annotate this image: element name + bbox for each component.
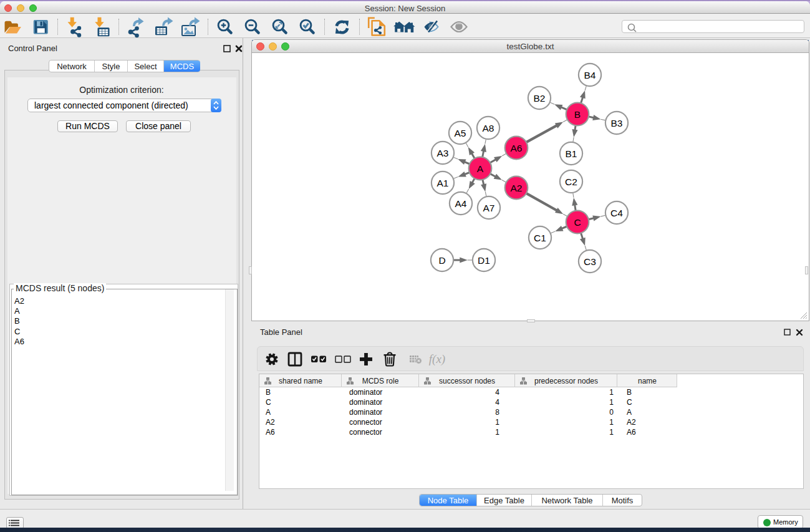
svg-text:f(x): f(x) [429,352,445,366]
svg-text:A: A [266,408,271,417]
svg-text:1: 1 [609,398,614,407]
svg-text:A1: A1 [437,178,449,188]
svg-text:A6: A6 [511,143,523,153]
svg-text:0: 0 [609,408,614,417]
svg-text:C2: C2 [565,177,577,187]
svg-text:A7: A7 [483,203,495,213]
svg-text:name: name [638,377,657,385]
svg-text:C: C [574,217,581,228]
svg-text:C: C [627,398,632,407]
svg-text:A5: A5 [455,128,466,138]
svg-text:A6: A6 [627,428,636,437]
svg-text:A6: A6 [266,428,275,437]
svg-text:A2: A2 [627,418,636,427]
svg-text:A2: A2 [266,418,275,427]
svg-text:B1: B1 [566,148,577,159]
svg-text:B: B [627,388,632,397]
svg-text:connector: connector [349,418,382,427]
svg-text:C3: C3 [584,256,596,267]
svg-text:B2: B2 [534,93,546,104]
svg-text:dominator: dominator [349,408,382,417]
svg-text:A3: A3 [437,148,449,158]
svg-text:8: 8 [495,408,499,417]
svg-text:C: C [266,398,271,407]
svg-text:dominator: dominator [349,388,382,397]
svg-text:B4: B4 [584,70,596,80]
svg-text:1: 1 [609,418,614,427]
svg-text:A4: A4 [455,198,467,209]
svg-text:1: 1 [495,418,499,427]
svg-text:MCDS role: MCDS role [362,377,399,385]
svg-text:4: 4 [495,388,499,397]
svg-text:dominator: dominator [349,398,382,407]
svg-text:D: D [438,255,445,266]
svg-text:shared name: shared name [279,377,322,385]
svg-text:predecessor nodes: predecessor nodes [534,377,598,385]
svg-text:B: B [574,109,581,120]
svg-text:C4: C4 [610,208,623,218]
svg-text:successor nodes: successor nodes [439,377,495,385]
svg-text:C1: C1 [534,233,546,243]
svg-text:B: B [266,388,271,397]
svg-text:connector: connector [349,428,382,437]
svg-text:A: A [627,408,632,417]
svg-text:A8: A8 [483,123,494,133]
svg-text:1: 1 [609,428,614,437]
svg-text:1: 1 [495,428,499,437]
svg-text:A2: A2 [511,183,523,193]
svg-text:4: 4 [495,398,499,407]
svg-text:D1: D1 [478,255,490,266]
svg-text:1: 1 [609,388,614,397]
svg-text:A: A [477,163,484,174]
svg-text:B3: B3 [611,118,623,128]
